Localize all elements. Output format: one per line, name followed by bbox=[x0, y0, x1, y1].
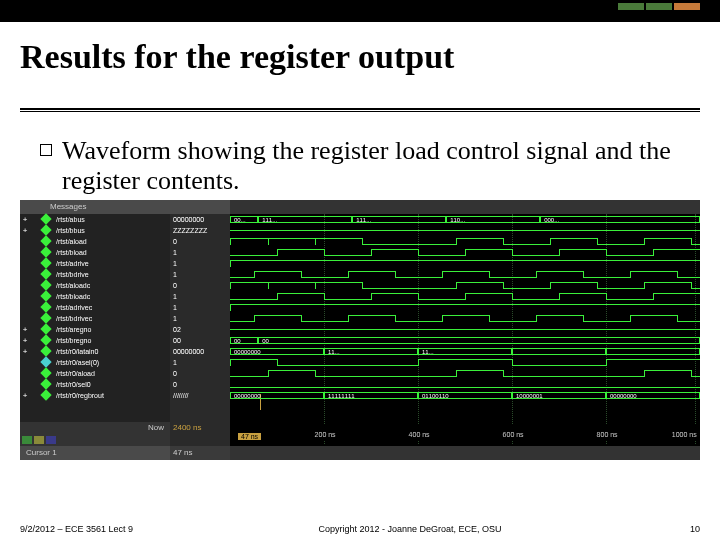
expand-icon[interactable]: + bbox=[20, 347, 30, 356]
signal-name: /rtst/adrivec bbox=[56, 304, 92, 311]
wave-row: 0000000011...11... bbox=[230, 346, 700, 357]
signal-name: /rtst/aregno bbox=[56, 326, 91, 333]
signal-value-panel[interactable]: 00000000ZZZZZZZZ01110111020000000000100/… bbox=[170, 200, 230, 460]
bullet-icon bbox=[40, 144, 52, 156]
signal-type-icon bbox=[40, 269, 51, 280]
waveform-viewer[interactable]: Messages +/rtst/abus+/rtst/bbus/rtst/alo… bbox=[20, 200, 700, 460]
signal-row[interactable]: /rtst/bdrive bbox=[20, 269, 170, 280]
signal-name-panel[interactable]: Messages +/rtst/abus+/rtst/bbus/rtst/alo… bbox=[20, 200, 170, 460]
signal-value: 02 bbox=[170, 324, 230, 335]
now-label: Now bbox=[20, 422, 170, 434]
signal-name: /rtst/bloadc bbox=[56, 293, 90, 300]
wave-row bbox=[230, 357, 700, 368]
signal-row[interactable]: /rtst/r0/aload bbox=[20, 368, 170, 379]
signal-type-icon bbox=[40, 368, 51, 379]
signal-value: 0 bbox=[170, 368, 230, 379]
expand-icon[interactable]: + bbox=[20, 391, 30, 400]
signal-name: /rtst/bregno bbox=[56, 337, 91, 344]
wave-row bbox=[230, 280, 700, 291]
signal-value: 1 bbox=[170, 247, 230, 258]
signal-panel-header: Messages bbox=[20, 200, 170, 214]
signal-type-icon bbox=[40, 379, 51, 390]
signal-value: 1 bbox=[170, 291, 230, 302]
signal-row[interactable]: +/rtst/abus bbox=[20, 214, 170, 225]
signal-row[interactable]: /rtst/r0/asel(0) bbox=[20, 357, 170, 368]
signal-name: /rtst/r0/sel0 bbox=[56, 381, 91, 388]
cursor-label: Cursor 1 bbox=[20, 446, 170, 460]
signal-row[interactable]: +/rtst/aregno bbox=[20, 324, 170, 335]
signal-name: /rtst/r0/asel(0) bbox=[56, 359, 99, 366]
signal-row[interactable]: /rtst/r0/sel0 bbox=[20, 379, 170, 390]
signal-row[interactable]: /rtst/adrivec bbox=[20, 302, 170, 313]
signal-value: 1 bbox=[170, 258, 230, 269]
signal-type-icon bbox=[40, 214, 51, 225]
expand-icon[interactable]: + bbox=[20, 336, 30, 345]
slide-footer: 9/2/2012 – ECE 3561 Lect 9 Copyright 201… bbox=[20, 524, 700, 534]
signal-row[interactable]: +/rtst/r0/regbrout bbox=[20, 390, 170, 401]
header-accent bbox=[618, 3, 700, 10]
wave-row bbox=[230, 324, 700, 335]
waveform-canvas[interactable]: 00...111...111...110...000...00000000000… bbox=[230, 200, 700, 460]
cursor-row: Cursor 1 47 ns bbox=[20, 446, 700, 460]
signal-row[interactable]: /rtst/adrive bbox=[20, 258, 170, 269]
signal-name: /rtst/r0/regbrout bbox=[56, 392, 104, 399]
signal-name: /rtst/adrive bbox=[56, 260, 89, 267]
signal-name: /rtst/bload bbox=[56, 249, 87, 256]
expand-icon[interactable]: + bbox=[20, 215, 30, 224]
signal-type-icon bbox=[40, 335, 51, 346]
time-tick: 1000 ns bbox=[672, 431, 697, 438]
toolbar-button[interactable] bbox=[46, 436, 56, 444]
expand-icon[interactable]: + bbox=[20, 325, 30, 334]
signal-row[interactable]: /rtst/bload bbox=[20, 247, 170, 258]
toolbar-button[interactable] bbox=[22, 436, 32, 444]
signal-row[interactable]: /rtst/bdrivec bbox=[20, 313, 170, 324]
accent-cell bbox=[674, 3, 700, 10]
signal-value: 1 bbox=[170, 357, 230, 368]
signal-value: 1 bbox=[170, 302, 230, 313]
time-tick: 600 ns bbox=[503, 431, 524, 438]
signal-type-icon bbox=[40, 247, 51, 258]
bullet-text: Waveform showing the register load contr… bbox=[62, 136, 680, 196]
wave-row bbox=[230, 225, 700, 236]
body-text: Waveform showing the register load contr… bbox=[40, 136, 680, 196]
signal-type-icon bbox=[40, 291, 51, 302]
signal-row[interactable]: /rtst/aload bbox=[20, 236, 170, 247]
signal-value: 0 bbox=[170, 379, 230, 390]
footer-date: 9/2/2012 – ECE 3561 Lect 9 bbox=[20, 524, 160, 534]
expand-icon[interactable]: + bbox=[20, 226, 30, 235]
waveform-toolbar[interactable] bbox=[20, 434, 170, 446]
signal-name: /rtst/r0/latain0 bbox=[56, 348, 98, 355]
slide-number: 10 bbox=[660, 524, 700, 534]
wave-row bbox=[230, 302, 700, 313]
wave-row bbox=[230, 379, 700, 390]
accent-cell bbox=[646, 3, 672, 10]
wave-row bbox=[230, 313, 700, 324]
wave-row bbox=[230, 258, 700, 269]
signal-name: /rtst/aload bbox=[56, 238, 87, 245]
signal-row[interactable]: +/rtst/r0/latain0 bbox=[20, 346, 170, 357]
signal-type-icon bbox=[40, 280, 51, 291]
cursor-tag[interactable]: 47 ns bbox=[238, 433, 261, 440]
canvas-header bbox=[230, 200, 700, 214]
signal-row[interactable]: /rtst/bloadc bbox=[20, 291, 170, 302]
signal-value: 1 bbox=[170, 269, 230, 280]
signal-row[interactable]: +/rtst/bbus bbox=[20, 225, 170, 236]
wave-area[interactable]: 00...111...111...110...000...00000000000… bbox=[230, 214, 700, 424]
title-underline bbox=[20, 108, 700, 112]
signal-row[interactable]: +/rtst/bregno bbox=[20, 335, 170, 346]
time-tick: 200 ns bbox=[315, 431, 336, 438]
signal-name: /rtst/bdrive bbox=[56, 271, 89, 278]
footer-copyright: Copyright 2012 - Joanne DeGroat, ECE, OS… bbox=[160, 524, 660, 534]
toolbar-button[interactable] bbox=[34, 436, 44, 444]
accent-cell bbox=[618, 3, 644, 10]
bullet-item: Waveform showing the register load contr… bbox=[40, 136, 680, 196]
signal-value: 1 bbox=[170, 313, 230, 324]
signal-value: 0 bbox=[170, 280, 230, 291]
wave-row bbox=[230, 291, 700, 302]
signal-row[interactable]: /rtst/aloadc bbox=[20, 280, 170, 291]
signal-type-icon bbox=[40, 258, 51, 269]
signal-type-icon bbox=[40, 324, 51, 335]
wave-row bbox=[230, 236, 700, 247]
signal-type-icon bbox=[40, 225, 51, 236]
signal-type-icon bbox=[40, 236, 51, 247]
